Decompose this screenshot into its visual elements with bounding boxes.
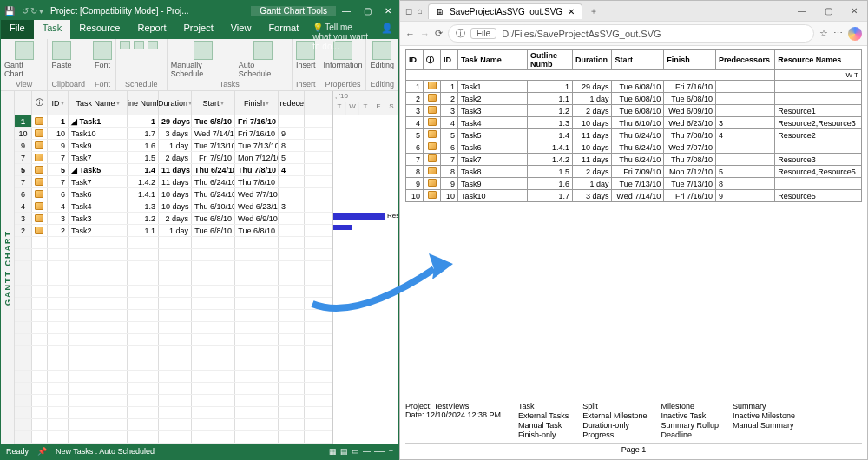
tab-file[interactable]: File <box>1 20 34 39</box>
tab-close-icon[interactable]: ✕ <box>568 7 575 16</box>
note-icon <box>428 167 437 174</box>
table-row: 66Task61.4.110 daysThu 6/24/10Wed 7/07/1… <box>406 141 862 154</box>
note-icon <box>35 166 43 174</box>
gantt-bar[interactable] <box>333 225 352 230</box>
table-row[interactable] <box>15 273 332 286</box>
signin-icon[interactable]: 👤 <box>381 23 393 36</box>
table-row[interactable]: 44Task41.310 daysThu 6/10/10Wed 6/23/103 <box>15 200 332 213</box>
table-row[interactable] <box>15 286 332 298</box>
file-icon: 🗎 <box>436 7 444 16</box>
tab-resource[interactable]: Resource <box>70 20 128 39</box>
maximize-icon[interactable]: ▢ <box>357 6 378 16</box>
workspace-icon[interactable]: ⌂ <box>418 6 423 16</box>
favorites-icon[interactable]: ☆ <box>819 28 828 39</box>
qat-dropdown-icon[interactable]: ▾ <box>39 6 43 16</box>
table-row[interactable] <box>15 419 332 431</box>
tab-view[interactable]: View <box>222 20 260 39</box>
table-row[interactable]: 77Task71.4.211 daysThu 6/24/10Thu 7/8/10 <box>15 176 332 188</box>
table-row[interactable] <box>15 407 332 419</box>
tab-format[interactable]: Format <box>260 20 307 39</box>
close-icon[interactable]: ✕ <box>378 6 398 16</box>
maximize-icon[interactable]: ▢ <box>815 6 841 16</box>
tell-me[interactable]: 💡Tell me what you want to do... <box>307 20 376 39</box>
indent-button[interactable] <box>120 41 130 49</box>
table-row[interactable] <box>15 237 332 249</box>
legend-page: Page 1 <box>405 443 862 454</box>
menu-icon[interactable]: ⋯ <box>833 28 843 39</box>
back-icon[interactable]: ← <box>405 29 415 39</box>
new-tab-button[interactable]: ＋ <box>582 5 605 17</box>
table-row[interactable] <box>15 310 332 322</box>
table-row[interactable] <box>15 261 332 273</box>
gantt-chart-button[interactable]: Gantt Chart <box>4 41 43 78</box>
table-row[interactable] <box>15 346 332 358</box>
editing-button[interactable]: Editing <box>370 41 394 69</box>
table-row[interactable] <box>15 322 332 334</box>
table-row[interactable] <box>15 395 332 407</box>
note-icon <box>35 202 43 210</box>
table-row[interactable]: 11◢ Task1129 daysTue 6/8/10Fri 7/16/10 <box>15 115 332 128</box>
task-sheet[interactable]: ⓘ ID▾ Task Name▾ Outline Number▾ Duratio… <box>15 91 332 444</box>
table-row: 77Task71.4.211 daysThu 6/24/10Thu 7/08/1… <box>406 154 862 166</box>
legend-item: Finish-only <box>518 430 569 439</box>
table-row[interactable]: 22Task21.11 dayTue 6/8/10Tue 6/8/10 <box>15 225 332 237</box>
legend-column: TaskExternal TasksManual TaskFinish-only <box>518 402 569 439</box>
browser-window: ◻ ⌂ 🗎 SaveProjectAsSVG_out.SVG ✕ ＋ — ▢ ✕… <box>399 0 868 460</box>
table-row[interactable]: 99Task91.61 dayTue 7/13/10Tue 7/13/108 <box>15 140 332 152</box>
tab-task[interactable]: Task <box>34 20 71 39</box>
tab-project[interactable]: Project <box>174 20 221 39</box>
minimize-icon[interactable]: — <box>789 6 815 16</box>
minimize-icon[interactable]: — <box>336 6 357 16</box>
browser-tab[interactable]: 🗎 SaveProjectAsSVG_out.SVG ✕ <box>428 3 582 19</box>
redo-icon[interactable]: ↻ <box>30 6 37 16</box>
copilot-icon[interactable] <box>848 27 862 41</box>
font-button[interactable]: Font <box>93 41 112 69</box>
profile-icon[interactable]: ◻ <box>405 6 412 16</box>
tab-report[interactable]: Report <box>128 20 174 39</box>
site-info-icon[interactable]: ⓘ <box>456 27 465 40</box>
refresh-icon[interactable]: ⟳ <box>435 28 443 39</box>
legend-item: Inactive Task <box>661 411 719 420</box>
undo-icon[interactable]: ↺ <box>22 6 29 16</box>
manual-schedule-button[interactable]: Manually Schedule <box>171 41 235 78</box>
close-icon[interactable]: ✕ <box>841 6 867 16</box>
status-newtasks-icon[interactable]: 📌 <box>37 447 47 456</box>
address-bar[interactable]: ⓘ File D:/Files/SaveProjectAsSVG_out.SVG <box>448 24 814 43</box>
file-chip: File <box>470 28 496 39</box>
link-button[interactable] <box>148 41 158 49</box>
table-row[interactable] <box>15 431 332 444</box>
url-text: D:/Files/SaveProjectAsSVG_out.SVG <box>502 29 661 39</box>
legend-item: Inactive Milestone <box>733 411 795 420</box>
paste-button[interactable]: Paste <box>51 41 71 69</box>
outdent-button[interactable] <box>134 41 144 49</box>
note-icon <box>35 154 43 161</box>
forward-icon[interactable]: → <box>420 29 430 39</box>
gantt-bar[interactable]: Resource1 <box>333 213 385 220</box>
table-row[interactable]: 66Task61.4.110 daysThu 6/24/10Wed 7/7/10 <box>15 188 332 200</box>
table-row[interactable]: 1010Task101.73 daysWed 7/14/10Fri 7/16/1… <box>15 128 332 140</box>
table-header-row: ID ⓘ ID Task Name Outline Numb Duration … <box>406 50 862 70</box>
note-icon <box>428 154 437 162</box>
table-row[interactable] <box>15 383 332 395</box>
legend-item: Summary <box>733 402 795 411</box>
note-icon <box>35 190 43 198</box>
table-row[interactable] <box>15 358 332 371</box>
table-row[interactable] <box>15 298 332 310</box>
auto-schedule-button[interactable]: Auto Schedule <box>239 41 288 78</box>
table-row[interactable]: 33Task31.22 daysTue 6/8/10Wed 6/9/10 <box>15 213 332 225</box>
gantt-chart-area[interactable]: , '10 TWTFS Resource1 <box>332 91 398 444</box>
grid-body[interactable]: 11◢ Task1129 daysTue 6/8/10Fri 7/16/1010… <box>15 115 332 444</box>
legend-item: Milestone <box>661 402 719 411</box>
table-row[interactable]: 77Task71.52 daysFri 7/9/10Mon 7/12/105 <box>15 152 332 164</box>
table-row[interactable] <box>15 371 332 383</box>
col-pred: Predeces <box>279 91 305 115</box>
save-icon[interactable]: 💾 <box>1 6 18 16</box>
view-shortcuts-icon: ▤ <box>340 447 348 456</box>
table-row[interactable] <box>15 334 332 346</box>
zoom-controls[interactable]: ▦▤▭—──+ <box>329 447 393 456</box>
column-headers[interactable]: ⓘ ID▾ Task Name▾ Outline Number▾ Duratio… <box>15 91 332 115</box>
window-title: Project [Compatibility Mode] - Proj... <box>47 6 251 16</box>
table-row[interactable] <box>15 249 332 261</box>
lightbulb-icon: 💡 <box>312 23 323 32</box>
table-row[interactable]: 55◢ Task51.411 daysThu 6/24/10Thu 7/8/10… <box>15 164 332 176</box>
